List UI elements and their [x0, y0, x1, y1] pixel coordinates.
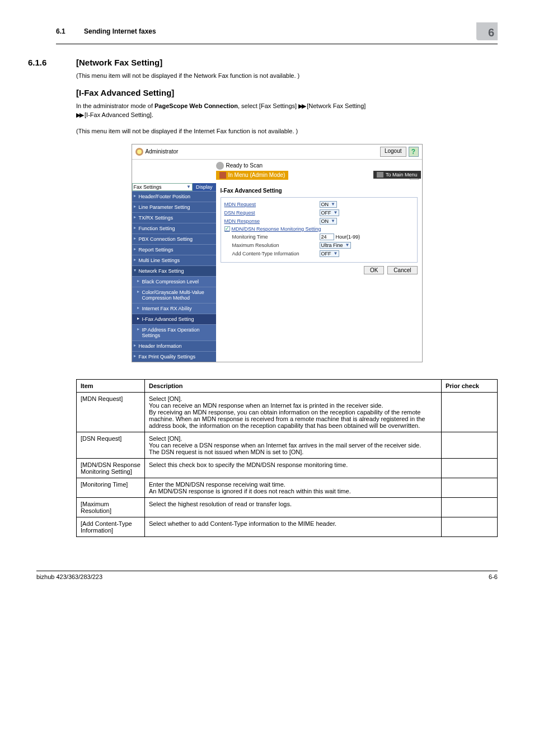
chevron-down-icon: ▼ [186, 184, 191, 189]
monitoring-checkbox[interactable]: ✓ [224, 226, 230, 232]
cell-prior [442, 432, 498, 458]
th-prior: Prior check [442, 379, 498, 392]
nav-internet-fax-rx[interactable]: Internet Fax RX Ability [132, 303, 216, 314]
chevron-down-icon: ▼ [334, 251, 338, 256]
cell-item: [Monitoring Time] [77, 478, 145, 497]
screenshot-panel: Administrator Logout ? Ready to Scan In … [132, 144, 423, 362]
nav-ifax-advanced[interactable]: I-Fax Advanced Setting [132, 314, 216, 324]
cell-desc: Select [ON]. You can receive a DSN respo… [145, 432, 442, 458]
cell-prior [442, 497, 498, 517]
section-title: Sending Internet faxes [84, 27, 476, 35]
cell-item: [Add Content-Type Information] [77, 517, 145, 536]
settings-form: MDN Request ON▼ DSN Request OFF▼ MDN Res… [221, 197, 418, 263]
cell-item: [Maximum Resolution] [77, 497, 145, 517]
menu-mode-icon [219, 172, 226, 179]
nav-report[interactable]: Report Settings [132, 244, 216, 255]
chevron-down-icon: ▼ [334, 210, 338, 215]
nav-multiline[interactable]: Multi Line Settings [132, 255, 216, 265]
nav-txrx[interactable]: TX/RX Settings [132, 212, 216, 223]
content-heading: I-Fax Advanced Setting [221, 188, 418, 194]
mdn-request-link[interactable]: MDN Request [224, 202, 320, 207]
status-text: Ready to Scan [226, 162, 263, 169]
cell-prior [442, 517, 498, 536]
nav-line-parameter[interactable]: Line Parameter Setting [132, 202, 216, 212]
heading-number: 6.1.6 [28, 58, 76, 67]
intro-text-1: (This menu item will not be displayed if… [76, 72, 498, 80]
add-content-type-label: Add Content-Type Information [232, 251, 320, 256]
monitoring-time-label: Monitoring Time [232, 234, 320, 240]
footer-model: bizhub 423/363/283/223 [36, 573, 102, 580]
administrator-icon [135, 148, 143, 156]
cell-desc: Select this check box to specify the MDN… [145, 458, 442, 478]
chevron-down-icon: ▼ [331, 202, 335, 207]
dsn-request-link[interactable]: DSN Request [224, 210, 320, 216]
cell-prior [442, 392, 498, 432]
cell-item: [DSN Request] [77, 432, 145, 458]
administrator-label: Administrator [146, 148, 179, 155]
cell-item: [MDN Request] [77, 392, 145, 432]
table-row: [DSN Request] Select [ON]. You can recei… [77, 432, 498, 458]
cell-desc: Select [ON]. You can receive an MDN resp… [145, 392, 442, 432]
table-row: [Add Content-Type Information] Select wh… [77, 517, 498, 536]
monitoring-checkbox-label[interactable]: MDN/DSN Response Monitoring Setting [232, 226, 321, 232]
cancel-button[interactable]: Cancel [387, 266, 417, 274]
nav-function[interactable]: Function Setting [132, 223, 216, 234]
mdn-response-link[interactable]: MDN Response [224, 218, 320, 224]
intro-text-3: (This menu item will not be displayed if… [76, 127, 498, 136]
dsn-request-select[interactable]: OFF▼ [320, 209, 340, 216]
spec-table: Item Description Prior check [MDN Reques… [76, 379, 498, 537]
menu-mode-tag: In Menu (Admin Mode) [216, 171, 289, 180]
nav-header-footer[interactable]: Header/Footer Position [132, 191, 216, 202]
cell-prior [442, 458, 498, 478]
nav-fax-print-quality[interactable]: Fax Print Quality Settings [132, 351, 216, 362]
cell-prior [442, 478, 498, 497]
main-menu-icon [377, 172, 383, 178]
footer-page: 6-6 [489, 573, 498, 580]
monitoring-time-input[interactable] [320, 234, 334, 240]
to-main-menu-button[interactable]: To Main Menu [373, 171, 421, 179]
category-select[interactable]: Fax Settings ▼ [132, 183, 193, 191]
intro-text-2: In the administrator mode of PageScope W… [76, 102, 498, 119]
corner-badge: 6 [476, 22, 498, 40]
nav-ip-address-fax[interactable]: IP Address Fax Operation Settings [132, 324, 216, 340]
subheading: [I-Fax Advanced Setting] [76, 88, 498, 97]
table-row: [MDN Request] Select [ON]. You can recei… [77, 392, 498, 432]
content-area: To Main Menu I-Fax Advanced Setting MDN … [216, 183, 422, 362]
th-item: Item [77, 379, 145, 392]
add-content-type-select[interactable]: OFF▼ [320, 250, 340, 257]
help-button[interactable]: ? [409, 147, 419, 157]
table-row: [Monitoring Time] Enter the MDN/DSN resp… [77, 478, 498, 497]
nav-black-compression[interactable]: Black Compression Level [132, 276, 216, 287]
max-resolution-label: Maximum Resolution [232, 242, 320, 248]
nav-color-grayscale[interactable]: Color/Grayscale Multi-Value Compression … [132, 287, 216, 303]
chevron-down-icon: ▼ [331, 218, 335, 223]
chevron-down-icon: ▼ [345, 242, 350, 248]
section-number: 6.1 [56, 27, 84, 35]
nav-header-info[interactable]: Header Information [132, 340, 216, 351]
ok-button[interactable]: OK [364, 266, 384, 274]
nav-pbx[interactable]: PBX Connection Setting [132, 234, 216, 244]
cell-desc: Select whether to add Content-Type infor… [145, 517, 442, 536]
heading-title: [Network Fax Setting] [76, 58, 162, 67]
mdn-response-select[interactable]: ON▼ [320, 218, 337, 225]
mdn-request-select[interactable]: ON▼ [320, 201, 337, 208]
logout-button[interactable]: Logout [380, 147, 406, 157]
cell-desc: Enter the MDN/DSN response receiving wai… [145, 478, 442, 497]
nav-network-fax[interactable]: Network Fax Setting [132, 265, 216, 276]
display-button[interactable]: Display [193, 183, 216, 191]
cell-item: [MDN/DSN Response Monitoring Setting] [77, 458, 145, 478]
sidebar: Fax Settings ▼ Display Header/Footer Pos… [132, 183, 216, 362]
monitoring-time-suffix: Hour(1-99) [336, 234, 360, 240]
th-description: Description [145, 379, 442, 392]
cell-desc: Select the highest resolution of read or… [145, 497, 442, 517]
max-resolution-select[interactable]: Ultra Fine▼ [320, 242, 352, 249]
table-row: [MDN/DSN Response Monitoring Setting] Se… [77, 458, 498, 478]
table-row: [Maximum Resolution] Select the highest … [77, 497, 498, 517]
status-icon [216, 162, 224, 170]
